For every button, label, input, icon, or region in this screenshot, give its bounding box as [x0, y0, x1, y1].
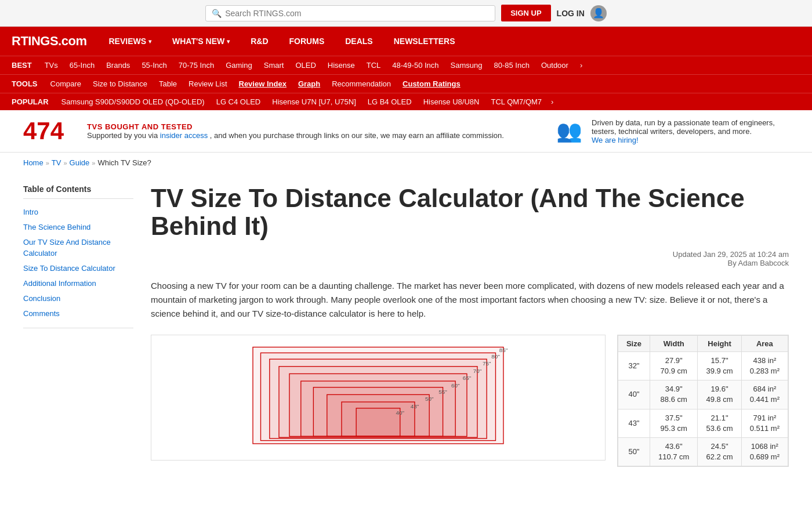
best-70-75inch[interactable]: 70-75 Inch — [173, 56, 220, 74]
right-description: Driven by data, run by a passionate team… — [592, 118, 775, 136]
article-meta: Updated Jan 29, 2025 at 10:24 am By Adam… — [151, 250, 789, 267]
best-48-49-50inch[interactable]: 48-49-50 Inch — [386, 56, 444, 74]
article: TV Size To Distance Calculator (And The … — [151, 184, 789, 467]
best-gaming[interactable]: Gaming — [220, 56, 258, 74]
width-50: 43.6"110.7 cm — [650, 437, 697, 466]
tool-custom-ratings[interactable]: Custom Ratings — [397, 75, 466, 93]
support-text: Supported by you via — [87, 131, 158, 140]
toc-list: Intro The Science Behind Our TV Size And… — [23, 205, 133, 328]
best-samsung[interactable]: Samsung — [445, 56, 488, 74]
popular-tcl-qm7[interactable]: TCL QM7/QM7 — [485, 93, 548, 110]
insider-access-link[interactable]: insider access — [160, 131, 208, 140]
nav-deals[interactable]: DEALS — [335, 27, 383, 55]
illustration-area: 85" 80" 75" 70" 65" 60" — [151, 335, 789, 467]
svg-text:55": 55" — [438, 388, 447, 394]
stats-info: TVS BOUGHT AND TESTED Supported by you v… — [87, 122, 533, 140]
svg-text:75": 75" — [483, 360, 491, 367]
area-50: 1068 in²0.689 m² — [741, 437, 788, 466]
area-32: 438 in²0.283 m² — [741, 351, 788, 380]
size-32: 32" — [618, 351, 650, 380]
popular-hisense-u8[interactable]: Hisense U8/U8N — [418, 93, 485, 110]
best-65inch[interactable]: 65-Inch — [64, 56, 100, 74]
hiring-link[interactable]: We are hiring! — [592, 136, 639, 144]
best-80-85inch[interactable]: 80-85 Inch — [488, 56, 535, 74]
popular-lg-b4[interactable]: LG B4 OLED — [362, 93, 418, 110]
best-tvs[interactable]: TVs — [39, 56, 64, 74]
tool-graph[interactable]: Graph — [292, 75, 326, 93]
tool-review-list[interactable]: Review List — [183, 75, 233, 93]
width-43: 37.5"95.3 cm — [650, 409, 697, 437]
best-smart[interactable]: Smart — [258, 56, 290, 74]
svg-text:70": 70" — [473, 367, 482, 374]
user-icon[interactable]: 👤 — [590, 5, 607, 21]
popular-lg-c4[interactable]: LG C4 OLED — [211, 93, 267, 110]
nav-rd[interactable]: R&D — [240, 27, 278, 55]
toc-science[interactable]: The Science Behind — [23, 220, 133, 235]
best-outdoor[interactable]: Outdoor — [535, 56, 574, 74]
svg-text:60": 60" — [451, 382, 460, 389]
best-brands[interactable]: Brands — [100, 56, 136, 74]
toc-size-distance[interactable]: Size To Distance Calculator — [23, 261, 133, 276]
best-55inch[interactable]: 55-Inch — [136, 56, 172, 74]
stats-right: 👥 Driven by data, run by a passionate te… — [556, 118, 789, 144]
tools-nav: TOOLS Compare Size to Distance Table Rev… — [0, 74, 812, 93]
toc-conclusion[interactable]: Conclusion — [23, 291, 133, 306]
tool-size-to-distance[interactable]: Size to Distance — [87, 75, 153, 93]
best-more[interactable]: › — [574, 56, 588, 74]
tool-recommendation[interactable]: Recommendation — [326, 75, 397, 93]
stats-bar: 474 TVS BOUGHT AND TESTED Supported by y… — [0, 110, 812, 153]
tools-label: TOOLS — [12, 75, 45, 93]
svg-text:43": 43" — [411, 403, 419, 409]
team-icon: 👥 — [556, 119, 582, 143]
svg-text:40": 40" — [396, 409, 405, 415]
best-nav: BEST TVs 65-Inch Brands 55-Inch 70-75 In… — [0, 56, 812, 74]
site-logo[interactable]: RTINGS.com — [12, 27, 98, 56]
col-height: Height — [698, 335, 741, 351]
breadcrumb-home[interactable]: Home — [23, 158, 44, 167]
dimensions-table: Size Width Height Area 32" 27.9"70.9 cm … — [618, 335, 788, 467]
toc-intro[interactable]: Intro — [23, 205, 133, 220]
best-oled[interactable]: OLED — [289, 56, 321, 74]
breadcrumb-sep-1: » — [46, 160, 49, 166]
width-40: 34.9"88.6 cm — [650, 380, 697, 409]
search-input[interactable] — [225, 9, 489, 18]
svg-text:50": 50" — [425, 396, 434, 402]
popular-hisense-u7n[interactable]: Hisense U7N [U7, U75N] — [266, 93, 362, 110]
toc-title: Table of Contents — [23, 184, 133, 199]
popular-nav: POPULAR Samsung S90D/S90DD OLED (QD-OLED… — [0, 93, 812, 110]
area-40: 684 in²0.441 m² — [741, 380, 788, 409]
popular-samsung-s90d[interactable]: Samsung S90D/S90DD OLED (QD-OLED) — [56, 93, 211, 110]
nav-forums[interactable]: FORUMS — [279, 27, 335, 55]
signup-button[interactable]: SIGN UP — [501, 5, 550, 21]
height-40: 19.6"49.8 cm — [698, 380, 741, 409]
nav-newsletters[interactable]: NEWSLETTERS — [383, 27, 466, 55]
breadcrumb-guide[interactable]: Guide — [70, 158, 90, 167]
tool-review-index[interactable]: Review Index — [233, 75, 292, 93]
col-width: Width — [650, 335, 697, 351]
height-50: 24.5"62.2 cm — [698, 437, 741, 466]
breadcrumb-tv[interactable]: TV — [52, 158, 61, 167]
popular-more-icon[interactable]: › — [548, 93, 557, 110]
svg-rect-18 — [356, 408, 400, 437]
nav-items: REVIEWS ▾ WHAT'S NEW ▾ R&D FORUMS DEALS … — [98, 27, 465, 55]
nav-whats-new[interactable]: WHAT'S NEW ▾ — [162, 27, 240, 55]
svg-text:85": 85" — [499, 346, 508, 353]
nav-reviews[interactable]: REVIEWS ▾ — [98, 27, 162, 55]
author: By Adam Babcock — [151, 259, 789, 267]
toc-comments[interactable]: Comments — [23, 306, 133, 321]
best-hisense[interactable]: Hisense — [322, 56, 361, 74]
login-button[interactable]: LOG IN — [557, 9, 585, 18]
table-row: 50" 43.6"110.7 cm 24.5"62.2 cm 1068 in²0… — [618, 437, 788, 466]
tool-table[interactable]: Table — [153, 75, 183, 93]
updated-date: Updated Jan 29, 2025 at 10:24 am — [151, 250, 789, 259]
svg-text:65": 65" — [463, 375, 472, 381]
breadcrumb-sep-2: » — [63, 160, 67, 166]
tool-compare[interactable]: Compare — [45, 75, 87, 93]
best-tcl[interactable]: TCL — [361, 56, 387, 74]
stats-title: TVS BOUGHT AND TESTED — [87, 122, 533, 131]
height-43: 21.1"53.6 cm — [698, 409, 741, 437]
search-container[interactable]: 🔍 — [205, 5, 495, 21]
toc-calculator[interactable]: Our TV Size And Distance Calculator — [23, 235, 133, 260]
toc-additional[interactable]: Additional Information — [23, 276, 133, 291]
main-content: Table of Contents Intro The Science Behi… — [0, 173, 812, 478]
